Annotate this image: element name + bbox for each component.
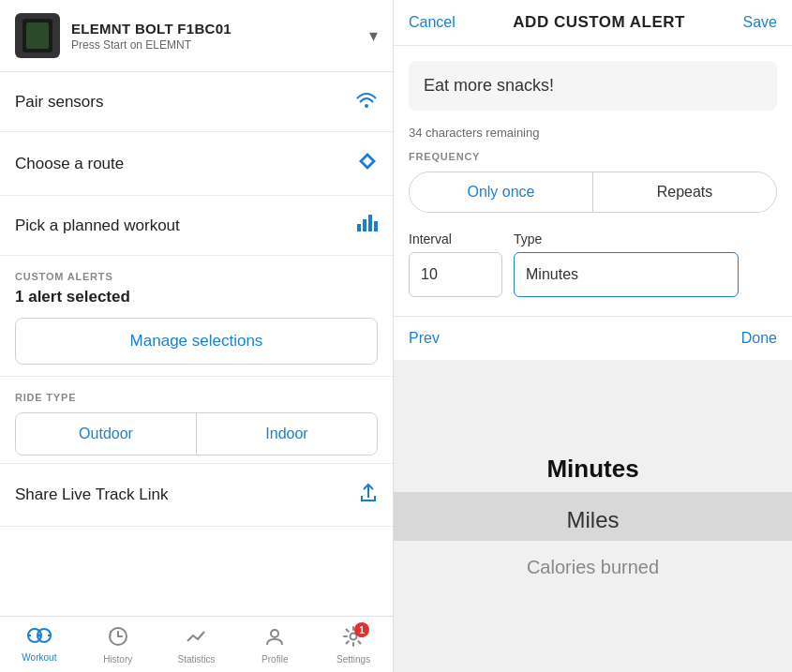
- picker-item-calories[interactable]: Calories burned: [527, 545, 659, 590]
- nav-history[interactable]: History: [79, 622, 157, 668]
- frequency-toggle: Only once Repeats: [409, 172, 777, 213]
- bottom-nav: Workout History Statistics: [0, 616, 393, 672]
- pick-workout-label: Pick a planned workout: [15, 217, 180, 235]
- type-group: Type: [514, 231, 739, 297]
- type-input[interactable]: [514, 252, 739, 297]
- choose-route-item[interactable]: Choose a route: [0, 132, 393, 196]
- prev-button[interactable]: Prev: [409, 330, 440, 347]
- custom-alerts-title: CUSTOM ALERTS: [15, 271, 378, 282]
- svg-rect-4: [363, 219, 366, 231]
- chars-remaining: 34 characters remaining: [409, 126, 777, 140]
- nav-profile-label: Profile: [262, 654, 288, 665]
- profile-icon: [264, 626, 285, 652]
- frequency-label: FREQUENCY: [409, 151, 777, 162]
- device-name: ELEMNT BOLT F1BC01: [71, 21, 369, 37]
- device-header[interactable]: ELEMNT BOLT F1BC01 Press Start on ELEMNT…: [0, 0, 393, 72]
- svg-point-0: [365, 104, 368, 108]
- save-button[interactable]: Save: [743, 14, 777, 31]
- custom-alerts-section: CUSTOM ALERTS 1 alert selected Manage se…: [0, 256, 393, 372]
- right-title: ADD CUSTOM ALERT: [513, 13, 685, 32]
- nav-statistics-label: Statistics: [177, 654, 215, 665]
- pick-workout-item[interactable]: Pick a planned workout: [0, 196, 393, 256]
- settings-badge-count: 1: [354, 622, 369, 637]
- alert-message-text[interactable]: Eat more snacks!: [424, 76, 762, 96]
- workout-bars-icon: [357, 215, 378, 236]
- only-once-button[interactable]: Only once: [410, 172, 593, 212]
- settings-icon: 1: [343, 626, 364, 652]
- pair-sensors-item[interactable]: Pair sensors: [0, 72, 393, 132]
- outdoor-button[interactable]: Outdoor: [16, 413, 197, 455]
- indoor-button[interactable]: Indoor: [197, 413, 377, 455]
- picker-area[interactable]: Minutes Miles Calories burned: [394, 360, 792, 672]
- alert-message-box[interactable]: Eat more snacks!: [409, 61, 777, 111]
- device-info: ELEMNT BOLT F1BC01 Press Start on ELEMNT: [71, 21, 369, 52]
- ride-type-toggle: Outdoor Indoor: [15, 412, 378, 455]
- nav-settings[interactable]: 1 Settings: [314, 622, 393, 668]
- nav-profile[interactable]: Profile: [235, 622, 314, 668]
- nav-workout-label: Workout: [22, 652, 56, 663]
- right-header: Cancel ADD CUSTOM ALERT Save: [394, 0, 792, 46]
- share-icon: [359, 483, 378, 507]
- repeats-button[interactable]: Repeats: [593, 172, 776, 212]
- svg-point-13: [271, 630, 278, 637]
- statistics-icon: [186, 626, 206, 652]
- device-image: [15, 13, 60, 58]
- svg-rect-5: [368, 215, 372, 231]
- interval-label: Interval: [409, 231, 502, 246]
- picker-item-minutes[interactable]: Minutes: [546, 442, 638, 495]
- left-panel: ELEMNT BOLT F1BC01 Press Start on ELEMNT…: [0, 0, 394, 672]
- choose-route-label: Choose a route: [15, 155, 124, 173]
- right-panel: Cancel ADD CUSTOM ALERT Save Eat more sn…: [394, 0, 792, 672]
- ride-type-section: RIDE TYPE Outdoor Indoor: [0, 376, 393, 463]
- pair-sensors-label: Pair sensors: [15, 93, 103, 112]
- interval-group: Interval: [409, 231, 502, 297]
- nav-history-label: History: [103, 654, 132, 665]
- share-label: Share Live Track Link: [15, 485, 168, 504]
- nav-settings-label: Settings: [336, 654, 370, 665]
- done-button[interactable]: Done: [741, 330, 777, 347]
- device-screen: [22, 19, 52, 52]
- interval-input[interactable]: [409, 252, 502, 297]
- chevron-down-icon[interactable]: ▾: [369, 25, 378, 46]
- share-live-track-item[interactable]: Share Live Track Link: [0, 463, 393, 527]
- nav-workout[interactable]: Workout: [0, 622, 79, 668]
- alerts-selected-text: 1 alert selected: [15, 288, 378, 306]
- device-status: Press Start on ELEMNT: [71, 38, 369, 52]
- bottom-actions: Prev Done: [394, 316, 792, 360]
- ride-type-title: RIDE TYPE: [15, 392, 378, 403]
- manage-selections-button[interactable]: Manage selections: [15, 318, 378, 365]
- svg-rect-3: [357, 224, 361, 231]
- picker-item-miles[interactable]: Miles: [566, 495, 619, 545]
- history-icon: [108, 626, 128, 652]
- cancel-button[interactable]: Cancel: [409, 14, 456, 31]
- workout-icon: [27, 626, 52, 650]
- wireless-icon: [355, 91, 378, 112]
- route-icon: [357, 151, 378, 176]
- svg-rect-6: [374, 221, 378, 231]
- interval-section: Interval Type: [409, 231, 777, 297]
- type-label: Type: [514, 231, 739, 246]
- nav-statistics[interactable]: Statistics: [157, 622, 236, 668]
